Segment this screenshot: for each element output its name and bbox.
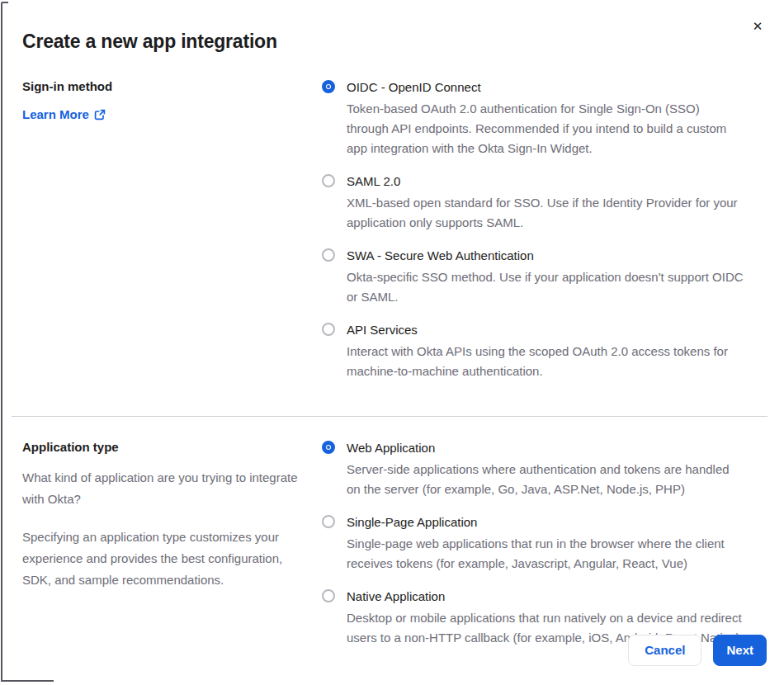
dialog-footer: Cancel Next (628, 635, 767, 666)
application-type-section: Application type What kind of applicatio… (22, 417, 763, 648)
radio-button-swa-secure-web-authentication[interactable] (322, 248, 335, 262)
radio-button-single-page-application[interactable] (322, 515, 335, 528)
radio-option-label: API Services (347, 321, 744, 338)
radio-option-label: Single-Page Application (347, 513, 744, 531)
radio-option-label: OIDC - OpenID Connect (347, 78, 744, 96)
radio-option-api-services[interactable]: API Services Interact with Okta APIs usi… (322, 321, 744, 381)
radio-option-label: Native Application (347, 588, 744, 605)
application-type-description-2: Specifying an application type customize… (22, 527, 300, 591)
radio-option-description: Interact with Okta APIs using the scoped… (347, 342, 744, 381)
close-icon[interactable]: ✕ (749, 17, 767, 35)
create-app-integration-dialog: ✕ Create a new app integration Sign-in m… (0, 0, 784, 685)
radio-option-label: SAML 2.0 (347, 172, 744, 190)
radio-option-description: Token-based OAuth 2.0 authentication for… (347, 99, 744, 158)
radio-option-web-application[interactable]: Web Application Server-side applications… (322, 439, 744, 499)
radio-option-oidc-openid-connect[interactable]: OIDC - OpenID Connect Token-based OAuth … (322, 78, 744, 158)
radio-button-native-application[interactable] (322, 589, 335, 602)
radio-button-api-services[interactable] (322, 323, 335, 336)
learn-more-link[interactable]: Learn More (22, 106, 106, 123)
application-type-left-column: Application type What kind of applicatio… (22, 439, 322, 648)
sign-in-method-left-column: Sign-in method Learn More (22, 78, 322, 381)
radio-option-swa-secure-web-authentication[interactable]: SWA - Secure Web Authentication Okta-spe… (322, 247, 744, 307)
radio-option-single-page-application[interactable]: Single-Page Application Single-page web … (322, 513, 744, 574)
sign-in-method-section: Sign-in method Learn More OIDC - OpenID … (22, 53, 763, 416)
radio-option-label: Web Application (347, 439, 744, 456)
radio-option-description: Okta-specific SSO method. Use if your ap… (347, 267, 744, 307)
next-button[interactable]: Next (713, 635, 767, 666)
sign-in-method-label: Sign-in method (22, 78, 300, 95)
page-title: Create a new app integration (22, 0, 763, 53)
application-type-options: Web Application Server-side applications… (322, 439, 744, 648)
cancel-button[interactable]: Cancel (628, 635, 701, 666)
external-link-icon (94, 109, 106, 120)
radio-button-oidc-openid-connect[interactable] (322, 80, 335, 93)
radio-button-saml-2-0[interactable] (322, 174, 335, 187)
learn-more-label: Learn More (22, 106, 89, 123)
application-type-label: Application type (22, 439, 300, 456)
radio-button-web-application[interactable] (322, 441, 335, 454)
application-type-description-1: What kind of application are you trying … (22, 467, 300, 510)
sign-in-method-options: OIDC - OpenID Connect Token-based OAuth … (322, 78, 744, 381)
radio-option-description: Server-side applications where authentic… (347, 460, 744, 499)
radio-option-description: XML-based open standard for SSO. Use if … (347, 193, 744, 233)
radio-option-label: SWA - Secure Web Authentication (347, 247, 744, 264)
radio-option-saml-2-0[interactable]: SAML 2.0 XML-based open standard for SSO… (322, 172, 744, 233)
radio-option-description: Single-page web applications that run in… (347, 534, 744, 574)
